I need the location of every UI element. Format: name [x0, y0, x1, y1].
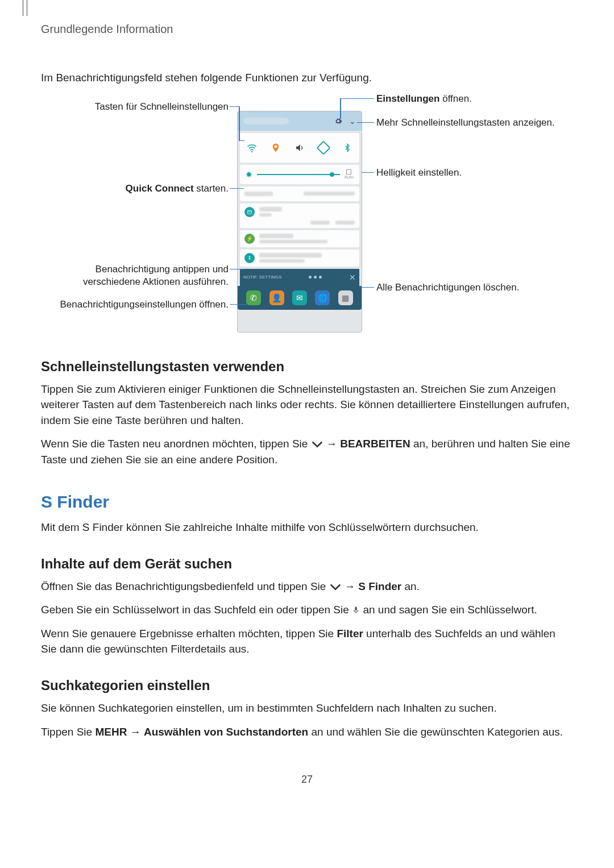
callout-tap-notification: Benachrichtigung antippen und verschiede… [41, 263, 229, 288]
chevron-down-icon [311, 440, 323, 449]
internet-app-icon: 🌐 [315, 290, 330, 305]
sfinder-intro: Mit dem S Finder können Sie zahlreiche I… [41, 520, 573, 535]
autorotate-icon [317, 142, 330, 154]
search-device-p3: Wenn Sie genauere Ergebnisse erhalten mö… [41, 626, 573, 657]
chevron-down-icon: ⌄ [349, 117, 356, 126]
svg-rect-2 [355, 607, 357, 611]
search-cat-p1: Sie können Suchkategorien einstellen, um… [41, 700, 573, 716]
dock: ✆ 👤 ✉ 🌐 ▦ [238, 286, 362, 310]
clear-icon: ✕ [349, 273, 356, 282]
callout-open-settings: Einstellungen öffnen. [376, 93, 472, 105]
callout-more-quick-settings: Mehr Schnelleinstellungstasten anzeigen. [376, 117, 558, 129]
search-device-p2: Geben Sie ein Schlüsselwort in das Suchf… [41, 602, 573, 618]
notif-settings-label: NOTIF. SETTINGS [243, 275, 282, 280]
quick-settings-para1: Tippen Sie zum Aktivieren einiger Funkti… [41, 381, 573, 429]
notification-panel-diagram: ⌄ ✸ [41, 94, 573, 338]
location-icon [269, 142, 282, 154]
chevron-down-icon [329, 583, 342, 592]
page-number: 27 [41, 774, 573, 786]
mic-icon [352, 605, 360, 615]
quick-settings-row [240, 133, 359, 163]
wifi-icon [246, 142, 258, 154]
search-cat-p2: Tippen Sie MEHR → Auswählen von Suchstan… [41, 724, 573, 740]
quick-settings-para2: Wenn Sie die Tasten neu anordnen möchten… [41, 436, 573, 467]
heading-sfinder: S Finder [41, 492, 573, 512]
heading-search-device: Inhalte auf dem Gerät suchen [41, 556, 573, 572]
brightness-icon: ✸ [246, 170, 252, 179]
callout-brightness: Helligkeit einstellen. [376, 167, 462, 179]
heading-quick-settings: Schnelleinstellungstasten verwenden [41, 359, 573, 375]
phone-status-bar: ⌄ [238, 111, 362, 131]
notification-card-1 [240, 203, 359, 228]
messages-app-icon: ✉ [292, 290, 307, 305]
brightness-slider [257, 174, 340, 175]
callout-quick-settings-buttons: Tasten für Schnelleinstellungen [41, 101, 229, 113]
notification-card-2: ⚡ [240, 230, 359, 247]
calendar-icon [244, 207, 255, 217]
svg-point-0 [251, 151, 253, 152]
charging-icon: ⚡ [244, 234, 255, 244]
quick-connect-row [240, 186, 359, 201]
notification-card-3 [240, 250, 359, 267]
brightness-row: ✸ Auto [240, 165, 359, 184]
sound-icon [293, 142, 306, 154]
status-blur [243, 118, 289, 124]
intro-text: Im Benachrichtigungsfeld stehen folgende… [41, 70, 573, 86]
usb-icon [244, 253, 255, 263]
callout-notif-settings: Benachrichtigungseinstellungen öffnen. [41, 298, 229, 311]
page-corner-marks [23, 0, 27, 16]
auto-checkbox [346, 169, 351, 175]
svg-rect-1 [248, 210, 252, 214]
gear-icon [334, 117, 342, 125]
auto-label: Auto [345, 175, 354, 180]
breadcrumb: Grundlegende Information [41, 23, 573, 36]
contacts-app-icon: 👤 [269, 290, 284, 305]
phone-app-icon: ✆ [246, 290, 261, 305]
search-device-p1: Öffnen Sie das Benachrichtigungsbedienfe… [41, 579, 573, 595]
bluetooth-icon [341, 142, 354, 154]
apps-grid-icon: ▦ [338, 290, 353, 305]
heading-search-categories: Suchkategorien einstellen [41, 678, 573, 693]
notif-footer: NOTIF. SETTINGS ✕ [240, 269, 359, 286]
callout-quick-connect: Quick Connect starten. [41, 182, 229, 195]
callout-clear-all: Alle Benachrichtigungen löschen. [376, 281, 519, 294]
phone-mock: ⌄ ✸ [237, 111, 362, 333]
